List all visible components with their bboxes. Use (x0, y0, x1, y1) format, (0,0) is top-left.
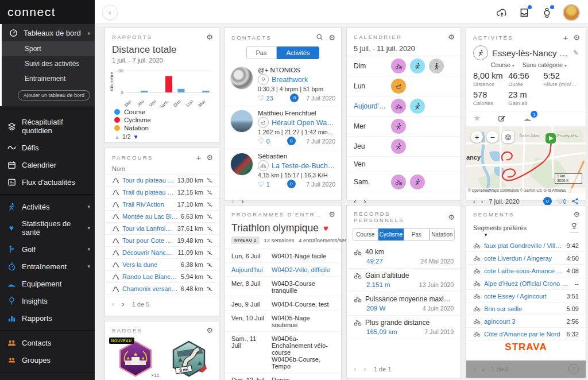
sidebar-item-groupes[interactable]: Groupes (0, 351, 95, 369)
course-link[interactable]: Trail Riv'Action (122, 201, 175, 208)
segment-link[interactable]: cote Essey / Agincourt (484, 293, 563, 300)
segment-link[interactable]: Brin sur seille (484, 305, 563, 312)
segment-link[interactable]: faux plat Gondreville / Villey-le-... (484, 242, 563, 249)
comments-bubble-icon[interactable]: 0 (290, 94, 299, 102)
gear-icon[interactable]: ⚙ (206, 154, 213, 161)
contact-name[interactable]: Sébastien (258, 153, 335, 160)
activity-link[interactable]: La Teste-de-Buch Cyclis... (272, 162, 335, 170)
plan-name[interactable]: Triathlon olympique (231, 222, 319, 234)
toggle-pas[interactable]: Pas (246, 46, 277, 59)
sidebar-item-entrainement-sub[interactable]: Entrainement (2, 71, 95, 86)
prev-page-icon[interactable]: ‹ (231, 197, 234, 205)
workout-day[interactable]: Aujourd'hui (231, 266, 267, 273)
badge-weekend-marche[interactable]: 3 mi Week-end de marche (164, 340, 214, 380)
segment-link[interactable]: cote Liverdun / Aingeray (484, 255, 563, 262)
activity-link[interactable]: Breathwork (272, 76, 335, 84)
calendar-day-label[interactable]: Aujourd'hui (354, 102, 387, 110)
record-value[interactable]: 209 W (366, 305, 385, 312)
sidebar-item-sport[interactable]: Sport (2, 41, 95, 56)
course-link[interactable]: Tour du plateau de M... (122, 177, 175, 184)
contact-name[interactable]: @+ NTONIOS (258, 67, 335, 73)
record-value[interactable]: 165,09 km (366, 328, 397, 335)
distance-bar-chart[interactable]: 800KilomètreMerJeuVenSam.DimLunMar (109, 66, 216, 107)
running-icon[interactable] (391, 139, 406, 154)
map-layers-button[interactable] (502, 131, 514, 143)
device-watch-icon[interactable] (540, 6, 553, 19)
sidebar-item-statistiques[interactable]: ♥ Statistiques de santé▾ (0, 215, 95, 241)
avatar[interactable] (230, 153, 253, 176)
sidebar-item-recapitulatif[interactable]: Récapitulatif quotidien (0, 114, 95, 139)
edit-pencil-icon[interactable]: ✎ (573, 49, 579, 57)
gear-icon[interactable]: ⚙ (573, 34, 580, 41)
back-button[interactable]: ‹ (102, 5, 118, 20)
course-link[interactable]: Montée au Lac Bleu (122, 213, 178, 220)
avatar[interactable] (230, 110, 253, 133)
course-link[interactable]: Tour via Lanfroicourt (122, 225, 175, 232)
segment-link[interactable]: cote Laître-sous-Amance / Ama... (484, 267, 563, 274)
gear-icon[interactable]: ⚙ (206, 33, 213, 41)
next-page-icon[interactable]: › (241, 197, 243, 205)
help-icon[interactable]: ? (568, 364, 579, 374)
segment-link[interactable]: Côte d'Amance par le Nord (484, 331, 563, 338)
running-icon[interactable] (410, 99, 425, 114)
sidebar-item-contacts[interactable]: Contacts (0, 334, 95, 351)
sidebar-item-tableaux-de-bord[interactable]: Tableaux de bord ▴ (2, 24, 95, 41)
course-link[interactable]: Chamonix versant sud (122, 285, 178, 292)
course-link[interactable]: Rando Lac Blanc depu... (122, 273, 178, 280)
legend-page-down-icon[interactable]: ▼ (133, 134, 139, 140)
like-count[interactable]: 0 (266, 138, 270, 145)
next-page-icon[interactable]: › (482, 366, 485, 373)
sidebar-item-defis[interactable]: Défis (0, 139, 95, 156)
avatar[interactable] (563, 4, 580, 21)
course-link[interactable]: Trail du plateau de M... (122, 189, 175, 196)
sidebar-item-flux[interactable]: Flux d'actualités (0, 173, 95, 191)
prev-page-icon[interactable]: ‹ (112, 300, 114, 308)
like-count[interactable]: 1 (266, 181, 270, 188)
contact-name[interactable]: Matthieu Frenchfuel (258, 110, 335, 117)
upload-cloud-icon[interactable] (496, 6, 508, 19)
plus-icon[interactable]: + (196, 153, 202, 162)
prev-page-icon[interactable]: ‹ (354, 365, 356, 373)
tab-cyclisme[interactable]: Cyclisme (378, 228, 404, 241)
activity-name[interactable]: Essey-lès-Nancy Cou... (492, 48, 569, 58)
strava-logo[interactable]: STRAVA (466, 340, 586, 355)
cycling-icon[interactable] (391, 59, 406, 73)
course-link[interactable]: Tour pour Cote Aman... (122, 237, 175, 244)
search-icon[interactable] (316, 33, 323, 42)
activity-link[interactable]: Hérault Open Water Swi... (272, 119, 335, 127)
like-heart-icon[interactable]: ♡ (258, 94, 264, 102)
legend-page-up-icon[interactable]: ▲ (114, 134, 120, 140)
report-heading[interactable]: Distance totale (105, 43, 219, 56)
map-zoom-in-button[interactable]: + (471, 131, 483, 143)
like-heart-icon[interactable]: ♡0 (557, 197, 566, 205)
comments-bubble-icon[interactable]: 0 (287, 180, 296, 188)
running-icon[interactable] (391, 119, 406, 134)
filter-dropdown-icon[interactable]: ▼ (466, 232, 586, 239)
walking-icon[interactable] (429, 59, 444, 73)
tab-pas[interactable]: Pas (404, 228, 430, 241)
activity-type-select[interactable]: Course ▾ (491, 61, 514, 68)
segment-link[interactable]: Alpe d'Huez (Official Crono Cou... (484, 280, 571, 287)
tab-natation[interactable]: Natation (430, 228, 455, 241)
badge-vainqueur[interactable]: NOUVEAU ★ ★ ★ ×11 Vainqueur (110, 340, 161, 380)
gear-icon[interactable]: ⚙ (448, 214, 455, 221)
sidebar-item-entrainement[interactable]: Entraînement▾ (0, 258, 95, 275)
favorite-star-icon[interactable]: ★ (473, 113, 481, 123)
like-heart-icon[interactable]: ♡ (258, 180, 264, 188)
gear-shoe-icon[interactable]: 1 (523, 114, 532, 122)
sidebar-item-equipement[interactable]: Equipement (0, 275, 95, 292)
cycling-icon[interactable] (391, 175, 406, 189)
next-activity-icon[interactable]: › (481, 198, 483, 205)
gear-icon[interactable]: ⚙ (448, 33, 455, 41)
comments-bubble-icon[interactable]: 0 (543, 197, 552, 205)
gear-icon[interactable]: ⚙ (328, 211, 335, 218)
gear-icon[interactable]: ⚙ (206, 327, 213, 334)
next-page-icon[interactable]: › (363, 197, 366, 205)
record-value[interactable]: 2.151 m (366, 281, 390, 288)
gear-icon[interactable]: ⚙ (328, 34, 335, 41)
prev-page-icon[interactable]: ‹ (473, 366, 475, 373)
toggle-activites[interactable]: Activités (277, 46, 320, 59)
sidebar-item-calendrier[interactable]: Calendrier (0, 156, 95, 173)
map-zoom-out-button[interactable]: − (486, 131, 498, 143)
prev-page-icon[interactable]: ‹ (354, 197, 356, 205)
